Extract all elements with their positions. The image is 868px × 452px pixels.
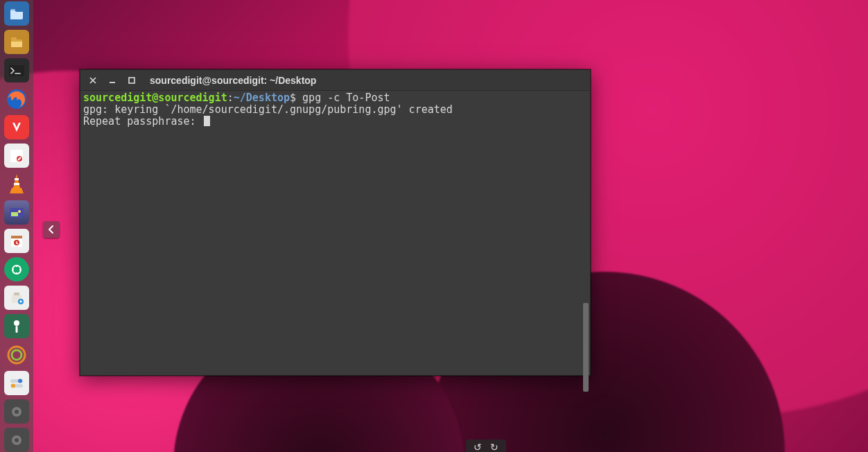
svg-point-26: [11, 383, 15, 388]
dock-item-software[interactable]: [4, 286, 29, 310]
dock-item-updates[interactable]: [4, 229, 29, 253]
svg-point-19: [14, 320, 19, 326]
pager-prev-button[interactable]: ↺: [474, 442, 482, 452]
terminal-window: sourcedigit@sourcedigit: ~/Desktop sourc…: [80, 69, 591, 376]
svg-rect-13: [11, 236, 22, 238]
svg-rect-3: [9, 65, 24, 76]
dock-item-audio-2[interactable]: [4, 428, 29, 452]
dock-item-settings[interactable]: [4, 314, 29, 338]
svg-rect-17: [14, 293, 19, 295]
dock-item-folder[interactable]: [4, 1, 29, 26]
terminal-command: gpg -c To-Post: [302, 92, 390, 104]
workspace-pager: ↺ ↻: [466, 440, 506, 452]
prompt-userhost: sourcedigit@sourcedigit: [83, 92, 227, 104]
svg-point-30: [15, 438, 19, 442]
svg-rect-31: [129, 78, 134, 83]
svg-rect-0: [11, 41, 22, 47]
svg-point-28: [15, 410, 19, 414]
svg-rect-8: [14, 183, 19, 185]
dock: [0, 0, 33, 452]
dock-item-firefox[interactable]: [4, 87, 29, 111]
terminal-output-line: gpg: keyring `/home/sourcedigit/.gnupg/p…: [83, 103, 453, 116]
svg-point-11: [18, 210, 21, 213]
dock-item-camera[interactable]: [4, 257, 29, 281]
dock-item-vivaldi[interactable]: [4, 115, 29, 139]
pager-next-button[interactable]: ↻: [490, 442, 498, 452]
terminal-output-line: Repeat passphrase:: [83, 115, 202, 128]
dock-item-audio-1[interactable]: [4, 399, 29, 424]
prompt-path: ~/Desktop: [234, 92, 290, 104]
svg-rect-7: [15, 178, 19, 180]
svg-rect-1: [11, 40, 22, 42]
window-minimize-button[interactable]: [107, 75, 118, 86]
svg-point-22: [12, 350, 21, 360]
dock-item-vlc[interactable]: [4, 172, 29, 196]
svg-rect-20: [16, 326, 18, 333]
window-maximize-button[interactable]: [126, 75, 137, 86]
svg-rect-10: [11, 212, 18, 216]
svg-point-24: [18, 379, 22, 383]
terminal-cursor: [204, 116, 210, 126]
terminal-prompt: sourcedigit@sourcedigit:~/Desktop$: [83, 92, 296, 104]
desktop-back-button[interactable]: [43, 221, 60, 238]
arrow-left-icon: [46, 225, 56, 234]
dock-item-terminal[interactable]: [4, 58, 29, 82]
terminal-title: sourcedigit@sourcedigit: ~/Desktop: [150, 75, 316, 86]
svg-rect-2: [11, 37, 17, 40]
dock-item-screenshot[interactable]: [4, 200, 29, 225]
window-close-button[interactable]: [87, 75, 98, 86]
terminal-scrollbar[interactable]: [583, 303, 589, 392]
dock-item-files[interactable]: [4, 30, 29, 54]
dock-item-synergy[interactable]: [4, 342, 29, 367]
terminal-titlebar[interactable]: sourcedigit@sourcedigit: ~/Desktop: [80, 70, 590, 91]
dock-item-notes[interactable]: [4, 144, 29, 168]
dock-item-tweaks[interactable]: [4, 371, 29, 395]
terminal-body[interactable]: sourcedigit@sourcedigit:~/Desktop$ gpg -…: [80, 91, 590, 375]
